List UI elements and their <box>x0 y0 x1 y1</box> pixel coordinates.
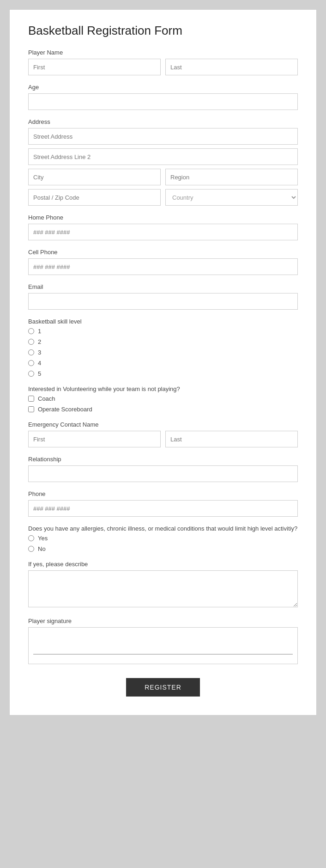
skill-2-label: 2 <box>38 338 41 345</box>
relationship-label: Relationship <box>28 456 298 463</box>
scoreboard-checkbox[interactable] <box>28 406 34 412</box>
skill-4-label: 4 <box>38 360 41 367</box>
email-label: Email <box>28 283 298 290</box>
medical-describe-textarea[interactable] <box>28 570 298 607</box>
medical-describe-group: If yes, please describe <box>28 561 298 609</box>
signature-group: Player signature <box>28 617 298 664</box>
age-group: Age <box>28 84 298 110</box>
emergency-phone-input[interactable] <box>28 500 298 517</box>
emergency-name-row <box>28 431 298 447</box>
home-phone-label: Home Phone <box>28 214 298 221</box>
address-label: Address <box>28 118 298 125</box>
relationship-input[interactable] <box>28 465 298 482</box>
emergency-last-input[interactable] <box>165 431 298 447</box>
home-phone-group: Home Phone <box>28 214 298 240</box>
relationship-group: Relationship <box>28 456 298 482</box>
volunteering-group: Interested in Volunteering while your te… <box>28 385 298 413</box>
skill-1-label: 1 <box>38 328 41 335</box>
skill-5-radio[interactable] <box>28 371 34 377</box>
medical-no-label: No <box>38 545 46 552</box>
email-group: Email <box>28 283 298 310</box>
medical-describe-label: If yes, please describe <box>28 561 298 568</box>
last-name-input[interactable] <box>165 59 298 75</box>
scoreboard-item[interactable]: Operate Scoreboard <box>28 406 298 413</box>
form-title: Basketball Registration Form <box>28 24 298 38</box>
coach-label: Coach <box>38 395 55 402</box>
address-group: Address Country United States Canada Uni… <box>28 118 298 206</box>
cell-phone-group: Cell Phone <box>28 249 298 275</box>
street2-input[interactable] <box>28 148 298 165</box>
home-phone-input[interactable] <box>28 224 298 240</box>
medical-yes-item[interactable]: Yes <box>28 535 298 542</box>
skill-1-item[interactable]: 1 <box>28 328 298 335</box>
email-input[interactable] <box>28 293 298 310</box>
coach-checkbox[interactable] <box>28 396 34 402</box>
skill-5-item[interactable]: 5 <box>28 370 298 377</box>
skill-3-label: 3 <box>38 349 41 356</box>
skill-2-item[interactable]: 2 <box>28 338 298 345</box>
postal-country-row: Country United States Canada United King… <box>28 189 298 206</box>
emergency-contact-label: Emergency Contact Name <box>28 421 298 428</box>
medical-no-radio[interactable] <box>28 546 34 552</box>
cell-phone-label: Cell Phone <box>28 249 298 256</box>
region-input[interactable] <box>165 169 298 185</box>
medical-group: Does you have any allergies, chronic ill… <box>28 525 298 552</box>
scoreboard-label: Operate Scoreboard <box>38 406 92 413</box>
signature-line <box>33 654 293 654</box>
signature-label: Player signature <box>28 617 298 624</box>
skill-level-radio-group: 1 2 3 4 5 <box>28 328 298 377</box>
player-name-label: Player Name <box>28 49 298 56</box>
medical-yes-label: Yes <box>38 535 48 542</box>
skill-level-group: Basketball skill level 1 2 3 4 5 <box>28 318 298 377</box>
age-input[interactable] <box>28 93 298 110</box>
signature-area[interactable] <box>28 627 298 664</box>
emergency-first-input[interactable] <box>28 431 161 447</box>
skill-5-label: 5 <box>38 370 41 377</box>
emergency-phone-group: Phone <box>28 490 298 517</box>
coach-item[interactable]: Coach <box>28 395 298 402</box>
medical-yes-radio[interactable] <box>28 535 34 541</box>
city-input[interactable] <box>28 169 161 185</box>
player-name-row <box>28 59 298 75</box>
volunteering-checkbox-group: Coach Operate Scoreboard <box>28 395 298 413</box>
skill-2-radio[interactable] <box>28 339 34 345</box>
skill-3-item[interactable]: 3 <box>28 349 298 356</box>
register-button[interactable]: REGISTER <box>126 678 200 697</box>
country-select[interactable]: Country United States Canada United King… <box>165 189 298 206</box>
skill-4-radio[interactable] <box>28 360 34 366</box>
emergency-contact-group: Emergency Contact Name <box>28 421 298 447</box>
street1-input[interactable] <box>28 128 298 145</box>
emergency-phone-label: Phone <box>28 490 298 497</box>
medical-radio-group: Yes No <box>28 535 298 552</box>
player-name-group: Player Name <box>28 49 298 75</box>
skill-1-radio[interactable] <box>28 328 34 334</box>
postal-input[interactable] <box>28 189 161 206</box>
skill-4-item[interactable]: 4 <box>28 360 298 367</box>
medical-label: Does you have any allergies, chronic ill… <box>28 525 298 532</box>
skill-level-label: Basketball skill level <box>28 318 298 325</box>
medical-no-item[interactable]: No <box>28 545 298 552</box>
first-name-input[interactable] <box>28 59 161 75</box>
cell-phone-input[interactable] <box>28 258 298 275</box>
form-container: Basketball Registration Form Player Name… <box>9 9 317 715</box>
age-label: Age <box>28 84 298 91</box>
city-region-row <box>28 169 298 185</box>
volunteering-label: Interested in Volunteering while your te… <box>28 385 298 392</box>
register-btn-container: REGISTER <box>28 678 298 697</box>
skill-3-radio[interactable] <box>28 349 34 355</box>
